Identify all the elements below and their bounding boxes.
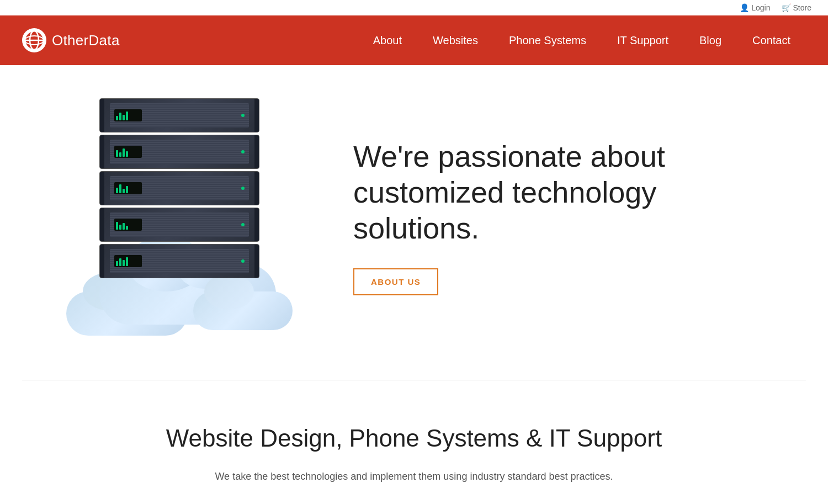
server-unit-2: [99, 135, 259, 169]
nav-item-blog[interactable]: Blog: [684, 15, 737, 65]
navbar: OtherData About Websites Phone Systems I…: [0, 15, 828, 65]
top-bar: 👤 Login 🛒 Store: [0, 0, 828, 15]
server-bar: [116, 222, 118, 230]
cloud-right: [193, 291, 293, 330]
server-bar: [123, 223, 125, 230]
server-bar: [123, 260, 125, 266]
nav-item-it-support[interactable]: IT Support: [602, 15, 684, 65]
server-display-4: [114, 219, 142, 231]
server-bar: [119, 258, 121, 266]
server-illustration: [61, 98, 304, 336]
server-face-1: [110, 103, 249, 128]
hero-title: We're passionate about customized techno…: [353, 139, 784, 246]
hero-section: We're passionate about customized techno…: [0, 65, 828, 369]
section-divider: [22, 380, 806, 380]
server-face-4: [110, 213, 249, 237]
logo-area[interactable]: OtherData: [22, 28, 120, 52]
server-led: [241, 114, 245, 117]
nav-link-blog[interactable]: Blog: [684, 15, 737, 65]
services-section: Website Design, Phone Systems & IT Suppo…: [0, 391, 828, 504]
nav-item-about[interactable]: About: [358, 15, 417, 65]
nav-item-websites[interactable]: Websites: [417, 15, 493, 65]
server-bar: [119, 152, 121, 157]
server-display-1: [114, 109, 142, 121]
server-face-3: [110, 176, 249, 200]
server-bar: [123, 148, 125, 157]
server-unit-4: [99, 208, 259, 242]
server-bar: [126, 257, 128, 266]
hero-image: [44, 98, 320, 336]
login-label: Login: [751, 3, 770, 12]
login-link[interactable]: 👤 Login: [740, 3, 770, 12]
server-stack: [99, 98, 259, 280]
services-description: We take the best technologies and implem…: [193, 469, 635, 485]
server-bar: [116, 261, 118, 266]
store-label: Store: [793, 3, 811, 12]
server-led: [241, 187, 245, 190]
nav-link-phone-systems[interactable]: Phone Systems: [493, 15, 602, 65]
server-display-2: [114, 146, 142, 158]
nav-link-contact[interactable]: Contact: [737, 15, 806, 65]
server-display-3: [114, 182, 142, 194]
server-bar: [119, 113, 121, 120]
person-icon: 👤: [740, 3, 749, 12]
nav-item-phone-systems[interactable]: Phone Systems: [493, 15, 602, 65]
server-bar: [126, 186, 128, 193]
server-bar: [126, 112, 128, 120]
server-unit-3: [99, 171, 259, 205]
services-title: Website Design, Phone Systems & IT Suppo…: [44, 425, 784, 452]
server-led: [241, 259, 245, 263]
server-led: [241, 150, 245, 153]
nav-item-contact[interactable]: Contact: [737, 15, 806, 65]
nav-link-it-support[interactable]: IT Support: [602, 15, 684, 65]
server-bar: [126, 151, 128, 157]
logo-icon: [22, 28, 46, 52]
server-bar: [116, 188, 118, 193]
server-bar: [119, 225, 121, 230]
hero-content: We're passionate about customized techno…: [320, 139, 784, 295]
server-bar: [123, 189, 125, 193]
server-display-5: [114, 255, 142, 267]
server-led: [241, 223, 245, 226]
nav-link-about[interactable]: About: [358, 15, 417, 65]
server-unit-5: [99, 244, 259, 278]
server-bar: [116, 116, 118, 120]
about-us-button[interactable]: ABOUT US: [353, 268, 438, 295]
server-bar: [119, 184, 121, 193]
server-bar: [116, 150, 118, 157]
server-face-5: [110, 249, 249, 273]
server-unit-1: [99, 98, 259, 132]
nav-link-websites[interactable]: Websites: [417, 15, 493, 65]
logo-text: OtherData: [52, 32, 120, 49]
nav-links: About Websites Phone Systems IT Support …: [358, 15, 806, 65]
cart-icon: 🛒: [782, 3, 791, 12]
server-bar: [126, 226, 128, 230]
server-bar: [123, 115, 125, 120]
store-link[interactable]: 🛒 Store: [782, 3, 811, 12]
server-face-2: [110, 140, 249, 164]
